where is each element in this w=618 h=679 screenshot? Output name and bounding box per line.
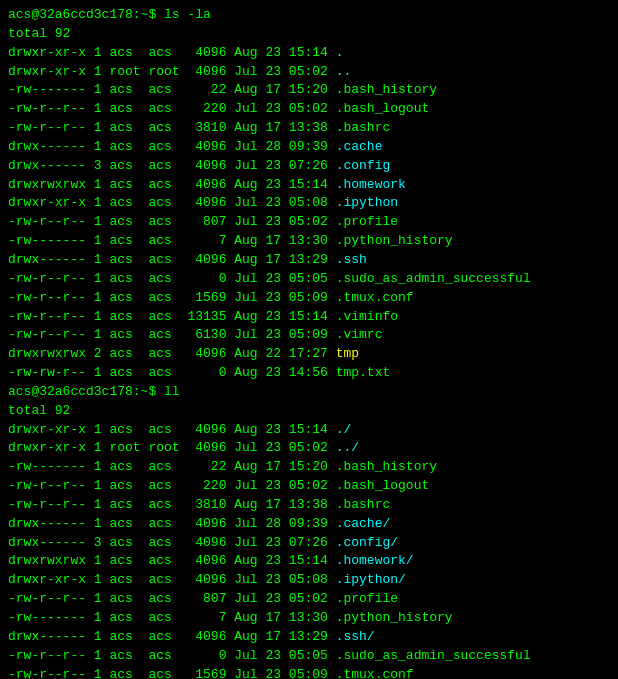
- terminal-line: -rw------- 1 acs acs 22 Aug 17 15:20 .ba…: [8, 81, 610, 100]
- terminal-line: -rw-r--r-- 1 acs acs 0 Jul 23 05:05 .sud…: [8, 647, 610, 666]
- terminal-line: acs@32a6ccd3c178:~$ ll: [8, 383, 610, 402]
- terminal-line: drwx------ 1 acs acs 4096 Aug 17 13:29 .…: [8, 628, 610, 647]
- terminal-line: drwxr-xr-x 1 acs acs 4096 Aug 23 15:14 .…: [8, 421, 610, 440]
- terminal-line: -rw-r--r-- 1 acs acs 1569 Jul 23 05:09 .…: [8, 666, 610, 679]
- terminal-line: drwxr-xr-x 1 acs acs 4096 Aug 23 15:14 .: [8, 44, 610, 63]
- terminal-line: -rw------- 1 acs acs 7 Aug 17 13:30 .pyt…: [8, 609, 610, 628]
- terminal-line: total 92: [8, 402, 610, 421]
- terminal-line: -rw------- 1 acs acs 7 Aug 17 13:30 .pyt…: [8, 232, 610, 251]
- terminal-line: acs@32a6ccd3c178:~$ ls -la: [8, 6, 610, 25]
- terminal-line: drwxrwxrwx 2 acs acs 4096 Aug 22 17:27 t…: [8, 345, 610, 364]
- terminal-line: total 92: [8, 25, 610, 44]
- terminal-line: -rw-r--r-- 1 acs acs 220 Jul 23 05:02 .b…: [8, 100, 610, 119]
- terminal-line: -rw-r--r-- 1 acs acs 13135 Aug 23 15:14 …: [8, 308, 610, 327]
- terminal-line: drwxr-xr-x 1 root root 4096 Jul 23 05:02…: [8, 439, 610, 458]
- terminal-line: -rw-r--r-- 1 acs acs 1569 Jul 23 05:09 .…: [8, 289, 610, 308]
- terminal-line: drwx------ 3 acs acs 4096 Jul 23 07:26 .…: [8, 157, 610, 176]
- terminal-line: drwxr-xr-x 1 acs acs 4096 Jul 23 05:08 .…: [8, 571, 610, 590]
- terminal-line: drwx------ 1 acs acs 4096 Aug 17 13:29 .…: [8, 251, 610, 270]
- terminal-line: -rw-r--r-- 1 acs acs 3810 Aug 17 13:38 .…: [8, 119, 610, 138]
- terminal-line: -rw-r--r-- 1 acs acs 3810 Aug 17 13:38 .…: [8, 496, 610, 515]
- terminal-line: -rw------- 1 acs acs 22 Aug 17 15:20 .ba…: [8, 458, 610, 477]
- terminal-line: -rw-r--r-- 1 acs acs 6130 Jul 23 05:09 .…: [8, 326, 610, 345]
- terminal-line: -rw-r--r-- 1 acs acs 220 Jul 23 05:02 .b…: [8, 477, 610, 496]
- terminal-line: drwxrwxrwx 1 acs acs 4096 Aug 23 15:14 .…: [8, 552, 610, 571]
- terminal-line: -rw-r--r-- 1 acs acs 807 Jul 23 05:02 .p…: [8, 213, 610, 232]
- terminal-line: drwxrwxrwx 1 acs acs 4096 Aug 23 15:14 .…: [8, 176, 610, 195]
- terminal-line: -rw-rw-r-- 1 acs acs 0 Aug 23 14:56 tmp.…: [8, 364, 610, 383]
- terminal-line: -rw-r--r-- 1 acs acs 0 Jul 23 05:05 .sud…: [8, 270, 610, 289]
- terminal-line: drwx------ 3 acs acs 4096 Jul 23 07:26 .…: [8, 534, 610, 553]
- terminal-line: drwxr-xr-x 1 root root 4096 Jul 23 05:02…: [8, 63, 610, 82]
- terminal-line: drwx------ 1 acs acs 4096 Jul 28 09:39 .…: [8, 138, 610, 157]
- terminal-window: acs@32a6ccd3c178:~$ ls -latotal 92drwxr-…: [8, 6, 610, 679]
- terminal-line: drwx------ 1 acs acs 4096 Jul 28 09:39 .…: [8, 515, 610, 534]
- terminal-line: -rw-r--r-- 1 acs acs 807 Jul 23 05:02 .p…: [8, 590, 610, 609]
- terminal-line: drwxr-xr-x 1 acs acs 4096 Jul 23 05:08 .…: [8, 194, 610, 213]
